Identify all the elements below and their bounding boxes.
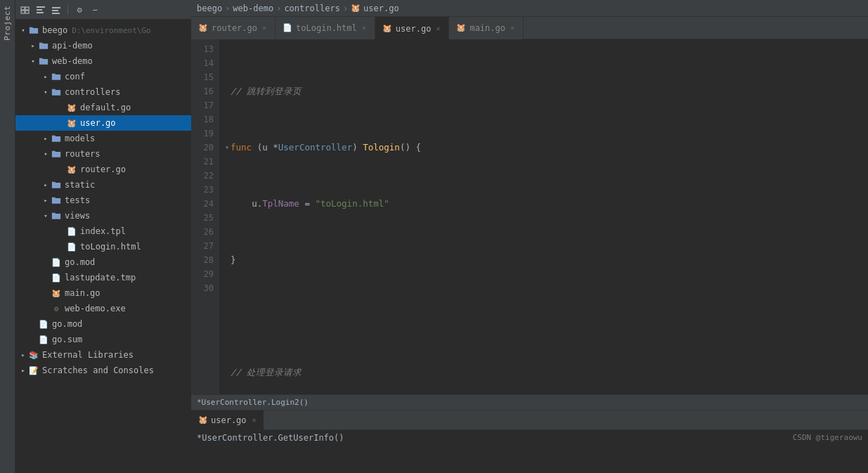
breadcrumb-icon[interactable]: [51, 4, 62, 15]
folder-icon-views: [51, 210, 62, 221]
tab-close-user[interactable]: ✕: [434, 24, 441, 33]
bottom-tab-user-go[interactable]: 🐹 user.go ✕: [191, 410, 264, 430]
field-tplname-15: TplName: [262, 197, 299, 211]
sidebar-toolbar: ⚙ −: [15, 0, 191, 20]
tree-label-controllers: controllers: [65, 87, 120, 97]
tab-label-user: user.go: [396, 24, 432, 34]
bottom-tab-close-user[interactable]: ✕: [252, 416, 257, 424]
tab-icon-tologin: 📄: [283, 23, 292, 32]
folder-icon-tests: [51, 195, 62, 206]
folder-icon-models: [51, 133, 62, 144]
tab-icon-user: 🐹: [382, 24, 392, 33]
tree-item-index-tpl[interactable]: ▸ 📄 index.tpl: [15, 223, 191, 239]
tree-arrow-models: ▸: [41, 134, 51, 143]
code-content[interactable]: // 跳转到登录页 ▾ func (u *UserController) Tol…: [219, 39, 868, 394]
tree-item-default-go[interactable]: ▸ 🐹 default.go: [15, 100, 191, 115]
tree-item-main-go[interactable]: ▸ 🐹 main.go: [15, 285, 191, 301]
fold-13[interactable]: [225, 84, 229, 98]
tree-item-views[interactable]: ▾ views: [15, 208, 191, 223]
ln-22: 22: [194, 169, 214, 183]
tree-item-controllers[interactable]: ▾ controllers: [15, 84, 191, 100]
minimize-icon[interactable]: −: [89, 4, 101, 15]
tree-arrow-web-demo: ▾: [28, 56, 38, 66]
cmt-13: // 跳转到登录页: [231, 84, 302, 98]
tree-item-user-go[interactable]: ▸ 🐹 user.go: [15, 115, 191, 131]
tree-item-router-go[interactable]: ▸ 🐹 router.go: [15, 162, 191, 177]
brace-16: }: [231, 253, 236, 267]
svg-rect-0: [21, 7, 25, 10]
breadcrumb-file-icon: 🐹: [351, 4, 361, 13]
tmp-icon: 📄: [51, 272, 62, 283]
tab-close-tologin[interactable]: ✕: [361, 23, 368, 32]
tree-item-conf[interactable]: ▸ conf: [15, 69, 191, 84]
tree-item-models[interactable]: ▸ models: [15, 131, 191, 146]
tab-close-router[interactable]: ✕: [261, 23, 268, 32]
tree-item-routers[interactable]: ▾ routers: [15, 146, 191, 162]
fold-18[interactable]: [225, 365, 229, 380]
tab-tologin[interactable]: 📄 toLogin.html ✕: [276, 17, 375, 39]
tree-item-external-libs[interactable]: ▸ 📚 External Libraries: [15, 347, 191, 363]
fold-16[interactable]: [225, 253, 229, 267]
folder-view-icon[interactable]: [20, 4, 31, 15]
tab-router-go[interactable]: 🐹 router.go ✕: [191, 17, 276, 39]
tree-item-static[interactable]: ▸ static: [15, 177, 191, 193]
tree-arrow-ext: ▸: [18, 350, 28, 360]
tree-item-webdemo-exe[interactable]: ▸ ⚙ web-demo.exe: [15, 301, 191, 316]
code-line-15: u.TplName = "toLogin.html": [225, 197, 868, 211]
ln-26: 26: [194, 225, 214, 239]
exe-icon: ⚙: [51, 303, 62, 314]
tree-item-scratches[interactable]: ▸ 📝 Scratches and Consoles: [15, 363, 191, 378]
bottom-content: *UserController.GetUserInfo() CSDN @tige…: [191, 430, 868, 473]
fold-14[interactable]: ▾: [225, 141, 229, 155]
sidebar-inner: ⚙ − ▾ beego D:\environment\Go ▸ api-demo: [15, 0, 191, 473]
code-editor[interactable]: 13 14 15 16 17 18 19 20 21 22 23 24 25 2…: [191, 39, 868, 394]
svg-rect-7: [52, 7, 60, 8]
ln-13: 13: [194, 42, 214, 56]
go-icon-router: 🐹: [66, 164, 77, 175]
tree-label-router-go: router.go: [80, 164, 126, 174]
tree-item-lastupdate[interactable]: ▸ 📄 lastupdate.tmp: [15, 270, 191, 285]
tree-item-api-demo[interactable]: ▸ api-demo: [15, 38, 191, 53]
settings-icon[interactable]: ⚙: [74, 4, 85, 15]
tree-arrow-static: ▸: [41, 180, 51, 190]
fold-17[interactable]: [225, 309, 229, 323]
ln-27: 27: [194, 239, 214, 253]
sum-icon: 📄: [38, 334, 49, 345]
tree-item-tests[interactable]: ▸ tests: [15, 193, 191, 208]
tree-label-tests: tests: [65, 195, 90, 205]
tree-item-tologin-html[interactable]: ▸ 📄 toLogin.html: [15, 239, 191, 254]
folder-icon-api-demo: [38, 40, 49, 51]
tree-arrow-controllers: ▾: [41, 87, 51, 97]
ln-23: 23: [194, 183, 214, 197]
punct-15b: =: [299, 197, 316, 211]
tree-label-routers: routers: [65, 149, 101, 159]
tab-close-main[interactable]: ✕: [509, 23, 516, 32]
fn-tologin-14: Tologin: [363, 141, 400, 155]
folder-icon-routers: [51, 148, 62, 160]
tab-label-main: main.go: [469, 23, 505, 33]
breadcrumb-sep-3: ›: [343, 4, 348, 13]
external-lib-icon: 📚: [28, 349, 39, 361]
punct-14a: (: [257, 141, 263, 155]
structure-icon[interactable]: [35, 4, 46, 15]
tree-item-gomod-webdemo[interactable]: ▸ 📄 go.mod: [15, 254, 191, 270]
bottom-tab-icon-user: 🐹: [198, 415, 208, 425]
fold-15[interactable]: [225, 197, 229, 211]
tree-item-web-demo[interactable]: ▾ web-demo: [15, 53, 191, 69]
function-context: *UserController.Login2(): [197, 398, 309, 407]
indent-15: [231, 197, 252, 211]
tree-label-gomod-webdemo: go.mod: [65, 257, 95, 267]
tree-item-beego[interactable]: ▾ beego D:\environment\Go: [15, 22, 191, 38]
tree-arrow-scratches: ▸: [18, 365, 28, 375]
tab-user-go[interactable]: 🐹 user.go ✕: [375, 17, 450, 39]
tree-label-gomod-root: go.mod: [52, 319, 82, 329]
var-u-15: u: [252, 197, 257, 211]
ln-18: 18: [194, 112, 214, 127]
tab-icon-router: 🐹: [198, 23, 208, 32]
tree-item-gosum[interactable]: ▸ 📄 go.sum: [15, 332, 191, 347]
tree-item-gomod-root[interactable]: ▸ 📄 go.mod: [15, 316, 191, 332]
tab-main-go[interactable]: 🐹 main.go ✕: [449, 17, 524, 39]
project-tab[interactable]: Project: [0, 0, 15, 473]
ln-19: 19: [194, 127, 214, 141]
empty-17: [231, 309, 236, 323]
